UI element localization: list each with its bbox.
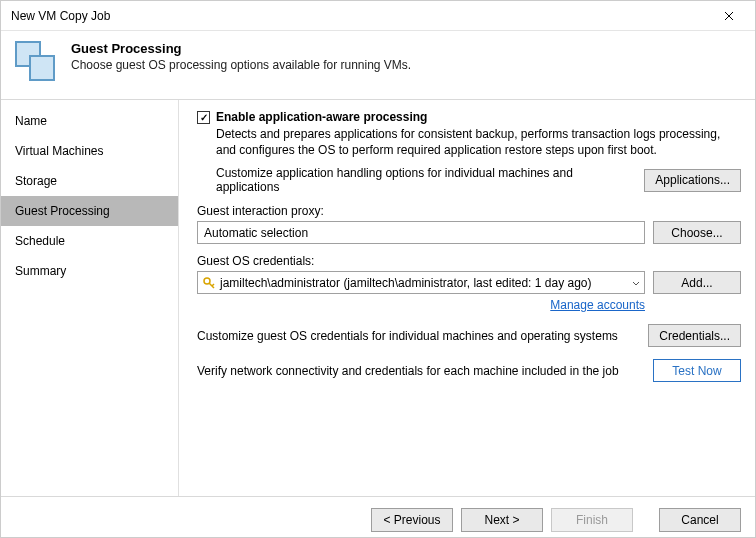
close-icon [724, 11, 734, 21]
content-pane: Enable application-aware processing Dete… [179, 100, 755, 496]
creds-value: jamiltech\administrator (jamiltech\admin… [220, 276, 592, 290]
customize-app-row: Customize application handling options f… [216, 166, 741, 194]
title-bar: New VM Copy Job [1, 1, 755, 31]
header-text: Guest Processing Choose guest OS process… [71, 41, 411, 72]
sidebar: Name Virtual Machines Storage Guest Proc… [1, 100, 179, 496]
enable-app-aware-description: Detects and prepares applications for co… [216, 126, 741, 158]
wizard-header: Guest Processing Choose guest OS process… [1, 31, 755, 100]
sidebar-item-summary[interactable]: Summary [1, 256, 178, 286]
customize-app-text: Customize application handling options f… [216, 166, 636, 194]
proxy-label: Guest interaction proxy: [197, 204, 741, 218]
wizard-body: Name Virtual Machines Storage Guest Proc… [1, 100, 755, 496]
customize-creds-text: Customize guest OS credentials for indiv… [197, 329, 640, 343]
creds-combobox[interactable]: jamiltech\administrator (jamiltech\admin… [197, 271, 645, 294]
manage-accounts-link[interactable]: Manage accounts [550, 298, 645, 312]
test-now-button[interactable]: Test Now [653, 359, 741, 382]
verify-text: Verify network connectivity and credenti… [197, 364, 645, 378]
wizard-footer: < Previous Next > Finish Cancel [1, 496, 755, 538]
add-button[interactable]: Add... [653, 271, 741, 294]
enable-app-aware-row: Enable application-aware processing [197, 110, 741, 124]
choose-button[interactable]: Choose... [653, 221, 741, 244]
enable-app-aware-checkbox[interactable] [197, 111, 210, 124]
finish-button[interactable]: Finish [551, 508, 633, 532]
credentials-button[interactable]: Credentials... [648, 324, 741, 347]
proxy-field[interactable]: Automatic selection [197, 221, 645, 244]
proxy-value: Automatic selection [204, 226, 308, 240]
close-button[interactable] [709, 2, 749, 30]
key-icon [202, 276, 216, 290]
verify-row: Verify network connectivity and credenti… [197, 359, 741, 382]
chevron-down-icon [632, 276, 640, 290]
page-title: Guest Processing [71, 41, 411, 56]
sidebar-item-name[interactable]: Name [1, 106, 178, 136]
cancel-button[interactable]: Cancel [659, 508, 741, 532]
header-icon [15, 41, 59, 85]
page-subtitle: Choose guest OS processing options avail… [71, 58, 411, 72]
sidebar-item-guest-processing[interactable]: Guest Processing [1, 196, 178, 226]
proxy-section: Guest interaction proxy: Automatic selec… [197, 204, 741, 244]
sidebar-item-schedule[interactable]: Schedule [1, 226, 178, 256]
sidebar-item-virtual-machines[interactable]: Virtual Machines [1, 136, 178, 166]
window-title: New VM Copy Job [11, 9, 709, 23]
customize-creds-row: Customize guest OS credentials for indiv… [197, 324, 741, 347]
credentials-section: Guest OS credentials: jamiltech\administ… [197, 254, 741, 312]
applications-button[interactable]: Applications... [644, 169, 741, 192]
next-button[interactable]: Next > [461, 508, 543, 532]
enable-app-aware-label: Enable application-aware processing [216, 110, 427, 124]
sidebar-item-storage[interactable]: Storage [1, 166, 178, 196]
previous-button[interactable]: < Previous [371, 508, 453, 532]
creds-label: Guest OS credentials: [197, 254, 741, 268]
